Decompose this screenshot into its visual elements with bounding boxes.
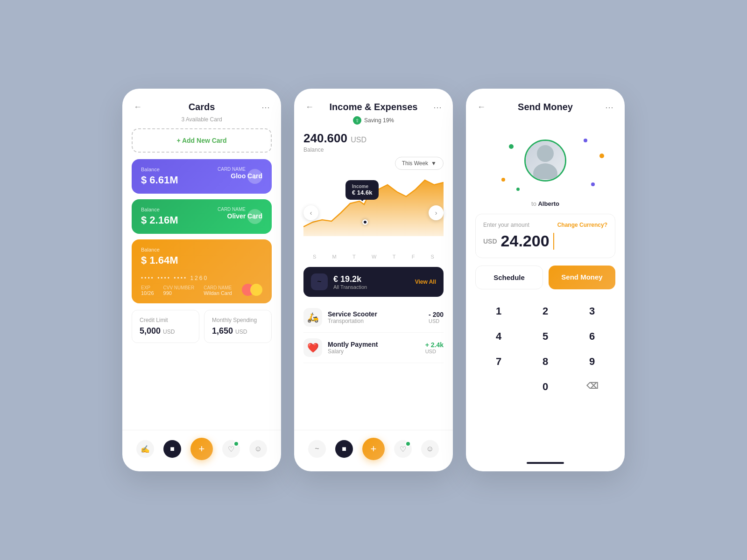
more-options-button[interactable]: ⋯: [259, 102, 270, 112]
back-button[interactable]: ←: [134, 102, 145, 112]
credit-limit-box: Credit Limit 5,000 USD: [132, 310, 199, 343]
credit-info: Credit Limit 5,000 USD Monthly Spending …: [132, 310, 272, 343]
card-balance-value-3: $ 1.64M: [141, 254, 262, 266]
card-item-wildan[interactable]: Balance $ 1.64M •••• •••• •••• 1260 EXP …: [132, 239, 272, 303]
card-dots: •••• •••• •••• 1260: [141, 275, 262, 281]
chart-tooltip: Income € 14.6k: [345, 180, 379, 200]
action-buttons: Schedule Send Money: [475, 266, 615, 289]
card-item-oliver[interactable]: Balance $ 2.16M CARD NAME Oliver Card ↓: [132, 199, 272, 234]
key-3[interactable]: 3: [569, 299, 615, 324]
tx-item-scooter: 🛵 Service Scooter Transportation - 200 U…: [303, 302, 444, 333]
recipient-label: to Alberto: [475, 200, 615, 207]
keypad: 1 2 3 4 5 6 7 8 9 0 ⌫: [475, 299, 615, 399]
key-4[interactable]: 4: [475, 324, 522, 349]
avatar-image: [526, 141, 565, 180]
amount-hint: Enter your amount: [483, 222, 529, 228]
saving-label: Saving 19%: [364, 117, 394, 124]
key-7[interactable]: 7: [475, 349, 522, 374]
card-balance-label-3: Balance: [141, 247, 262, 252]
nav-bell-icon[interactable]: ♡: [222, 440, 240, 458]
dot-5: [591, 182, 595, 186]
card-meta: EXP 10/26 CVV NUMBER 990 CARD NAME Wilda…: [141, 285, 262, 296]
tx-header-left: ~ € 19.2k All Transaction: [311, 273, 367, 290]
tx-item-info-2: Montly Payment Salary: [328, 341, 425, 355]
credit-limit-value: 5,000 USD: [140, 326, 191, 336]
tx-scooter-icon: 🛵: [303, 308, 322, 327]
card-down-icon: ↓: [247, 169, 262, 184]
amount-section: Enter your amount Change Currency? USD 2…: [475, 214, 615, 258]
add-card-button[interactable]: + Add New Card: [132, 128, 272, 153]
nav-cards-icon-2[interactable]: ■: [335, 440, 353, 458]
avatar-circle: [524, 140, 566, 182]
balance-label: Balance: [303, 147, 444, 153]
income-back-button[interactable]: ←: [305, 102, 317, 112]
amount-cursor: [553, 233, 554, 250]
svg-point-1: [533, 163, 557, 179]
card-name-label-2: CARD NAME: [218, 207, 246, 212]
amount-currency-label: USD: [483, 238, 497, 245]
screens-container: ← Cards ⋯ 3 Available Card + Add New Car…: [104, 61, 643, 499]
tx-item-name-1: Service Scooter: [328, 310, 429, 318]
dot-6: [516, 188, 520, 191]
avatar-svg: [529, 142, 562, 179]
change-currency-button[interactable]: Change Currency?: [557, 222, 607, 228]
send-more-button[interactable]: ⋯: [602, 102, 613, 112]
saving-badge: ⇧ Saving 19%: [294, 116, 453, 131]
filter-button[interactable]: This Week ▼: [395, 157, 444, 170]
chart-x-axis: S M T W T F S: [303, 254, 444, 259]
svg-point-0: [537, 145, 554, 162]
key-1[interactable]: 1: [475, 299, 522, 324]
bottom-nav-1: ✍ ■ + ♡ ☺: [122, 430, 281, 471]
dot-2: [584, 139, 587, 142]
monthly-spending-value: 1,650 USD: [212, 326, 264, 336]
card-name-label: CARD NAME: [218, 167, 246, 172]
key-0[interactable]: 0: [522, 374, 569, 399]
send-back-button[interactable]: ←: [477, 102, 488, 112]
nav-add-icon-2[interactable]: +: [362, 438, 385, 460]
key-8[interactable]: 8: [522, 349, 569, 374]
dot-1: [509, 144, 514, 149]
monthly-spending-box: Monthly Spending 1,650 USD: [204, 310, 272, 343]
home-indicator: [527, 462, 564, 464]
key-5[interactable]: 5: [522, 324, 569, 349]
schedule-button[interactable]: Schedule: [475, 266, 543, 289]
tx-total-label: All Transaction: [333, 284, 367, 290]
income-more-button[interactable]: ⋯: [430, 102, 442, 112]
amount-input-row: USD 24.200: [483, 232, 607, 250]
card-down-icon-2: ↓: [247, 209, 262, 224]
card-item-gloo[interactable]: Balance $ 6.61M CARD NAME Gloo Card ↓: [132, 159, 272, 194]
send-money-button[interactable]: Send Money: [549, 266, 615, 289]
view-all-button[interactable]: View All: [415, 279, 436, 285]
card-cvv: CVV NUMBER 990: [163, 285, 195, 296]
cards-header: ← Cards ⋯: [122, 89, 281, 116]
key-6[interactable]: 6: [569, 324, 615, 349]
bottom-nav-2: ~ ■ + ♡ ☺: [294, 430, 453, 471]
key-empty: [475, 374, 522, 399]
key-2[interactable]: 2: [522, 299, 569, 324]
send-money-screen: ← Send Money ⋯: [466, 89, 625, 471]
nav-chat-icon-2[interactable]: ~: [308, 440, 326, 458]
income-screen: ← Income & Expenses ⋯ ⇧ Saving 19% 240.6…: [294, 89, 453, 471]
key-9[interactable]: 9: [569, 349, 615, 374]
avatar-section: [475, 116, 615, 200]
nav-chat-icon[interactable]: ✍: [136, 440, 154, 458]
nav-cards-icon[interactable]: ■: [163, 440, 181, 458]
tx-header-info: € 19.2k All Transaction: [333, 274, 367, 290]
card-exp: EXP 10/26: [141, 285, 154, 296]
nav-bell-icon-2[interactable]: ♡: [394, 440, 412, 458]
tx-payment-icon: ❤️: [303, 338, 322, 357]
chart-next-button[interactable]: ›: [429, 205, 444, 220]
chart-prev-button[interactable]: ‹: [303, 205, 318, 220]
cards-title: Cards: [145, 102, 259, 112]
dot-3: [599, 154, 604, 158]
nav-profile-icon[interactable]: ☺: [249, 440, 267, 458]
income-header: ← Income & Expenses ⋯: [294, 89, 453, 116]
nav-profile-icon-2[interactable]: ☺: [421, 440, 439, 458]
dot-4: [501, 178, 505, 182]
tx-item-amount-2: + 2.4k USD: [425, 341, 444, 354]
chart-container: ‹ › Income € 14.6k: [303, 175, 444, 250]
cards-screen: ← Cards ⋯ 3 Available Card + Add New Car…: [122, 89, 281, 471]
key-delete[interactable]: ⌫: [569, 374, 615, 399]
credit-limit-label: Credit Limit: [140, 317, 191, 323]
nav-add-icon[interactable]: +: [190, 438, 213, 460]
